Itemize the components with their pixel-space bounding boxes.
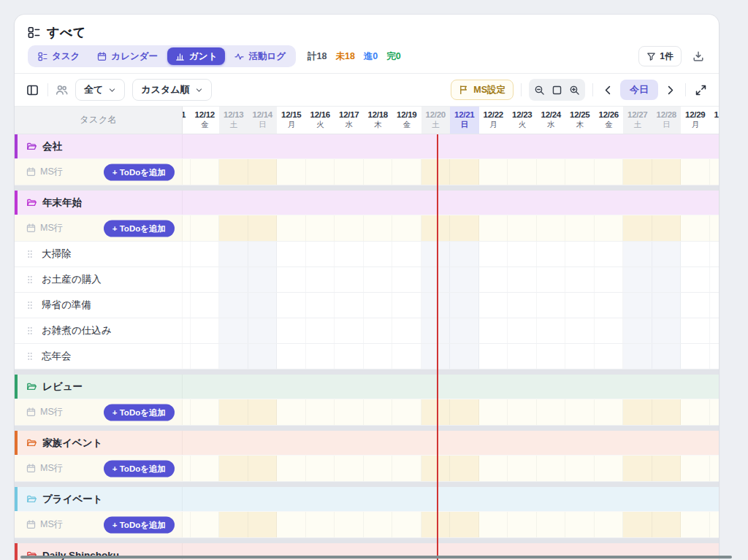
add-todo-button[interactable]: + ToDoを追加 <box>104 164 175 180</box>
row-timeline[interactable] <box>183 293 719 318</box>
row-gap <box>15 369 719 375</box>
download-button[interactable] <box>691 49 706 64</box>
ms-row: MS行+ ToDoを追加 <box>15 512 719 538</box>
timeline-cell <box>183 215 191 241</box>
group-label: レビュー <box>42 380 83 394</box>
drag-handle-icon[interactable] <box>25 351 35 361</box>
horizontal-scrollbar-thumb[interactable] <box>20 556 732 559</box>
row-timeline[interactable] <box>183 242 719 266</box>
timeline-cell <box>450 293 479 318</box>
tab-gantt[interactable]: ガント <box>167 47 225 65</box>
row-label-cell[interactable]: お土産の購入 <box>15 267 183 292</box>
date-cell: 12/21日 <box>450 107 479 134</box>
download-icon <box>692 50 704 62</box>
row-label-cell[interactable]: プライベート <box>15 487 183 511</box>
row-label-cell[interactable]: 忘年会 <box>15 344 183 369</box>
row-timeline[interactable] <box>183 134 719 158</box>
drag-handle-icon[interactable] <box>25 275 35 285</box>
group-label: 年末年始 <box>42 196 82 210</box>
divider <box>47 83 48 96</box>
collapse-panel-button[interactable] <box>25 83 40 98</box>
row-label-cell[interactable]: 家族イベント <box>15 431 183 455</box>
timeline-cell <box>183 159 191 185</box>
date-cell: 12/11木 <box>183 107 191 134</box>
row-timeline[interactable] <box>183 431 719 455</box>
fullscreen-button[interactable] <box>693 83 709 98</box>
assignee-filter-dropdown[interactable]: 全て <box>75 79 125 101</box>
today-button[interactable]: 今日 <box>620 80 658 100</box>
timeline-cell <box>450 215 479 241</box>
members-icon[interactable] <box>56 84 68 96</box>
weekday-label: 土 <box>634 120 642 130</box>
timeline-cell <box>364 242 393 266</box>
row-label-cell[interactable]: 大掃除 <box>15 242 183 266</box>
drag-handle-icon[interactable] <box>25 249 35 259</box>
row-timeline[interactable] <box>183 318 719 343</box>
tab-tasks[interactable]: タスク <box>30 47 88 65</box>
drag-handle-icon[interactable] <box>25 326 35 336</box>
folder-icon <box>26 381 37 392</box>
sort-order-dropdown[interactable]: カスタム順 <box>132 79 211 101</box>
date-header: 12/11木12/12金12/13土12/14日12/15月12/16火12/1… <box>183 107 719 134</box>
row-label-cell[interactable]: MS行+ ToDoを追加 <box>15 456 183 481</box>
add-todo-button[interactable]: + ToDoを追加 <box>104 220 175 237</box>
row-label-cell[interactable]: MS行+ ToDoを追加 <box>15 159 183 185</box>
timeline-cell <box>623 456 652 481</box>
row-label-cell[interactable]: MS行+ ToDoを追加 <box>15 512 183 537</box>
row-timeline[interactable] <box>183 267 719 292</box>
row-timeline[interactable] <box>183 456 719 481</box>
zoom-in-button[interactable] <box>567 83 582 98</box>
row-timeline[interactable] <box>183 399 719 425</box>
add-todo-button[interactable]: + ToDoを追加 <box>104 404 175 421</box>
tab-label: ガント <box>189 50 217 63</box>
row-label-cell[interactable]: 年末年始 <box>15 191 183 215</box>
timeline-cell <box>191 242 220 266</box>
tab-activity[interactable]: 活動ログ <box>226 47 294 65</box>
row-timeline[interactable] <box>183 344 719 369</box>
row-timeline[interactable] <box>183 159 719 185</box>
date-label: 12/11 <box>183 110 186 119</box>
timeline-cell <box>508 399 537 425</box>
stat-total: 計18 <box>308 50 327 63</box>
ms-setting-button[interactable]: MS設定 <box>451 80 514 100</box>
row-label-cell[interactable]: MS行+ ToDoを追加 <box>15 399 183 425</box>
chevron-right-icon <box>664 84 676 96</box>
row-gap <box>15 185 719 191</box>
timeline-cell <box>219 512 248 537</box>
date-cell: 12/23火 <box>508 107 537 134</box>
prev-button[interactable] <box>600 83 616 98</box>
row-label-cell[interactable]: お雑煮の仕込み <box>15 318 183 343</box>
row-label-cell[interactable]: 会社 <box>15 134 183 158</box>
filter-button[interactable]: 1件 <box>638 46 682 66</box>
timeline-cell <box>652 242 682 266</box>
row-timeline[interactable] <box>183 191 719 215</box>
date-cell: 12/28日 <box>652 107 682 134</box>
task-row: 大掃除 <box>15 242 719 267</box>
row-timeline[interactable] <box>183 487 719 511</box>
timeline-cell <box>191 293 220 318</box>
timeline-cell <box>306 344 335 369</box>
group-color-bar <box>15 191 18 215</box>
zoom-out-button[interactable] <box>532 83 547 98</box>
add-todo-button[interactable]: + ToDoを追加 <box>104 516 175 533</box>
add-todo-button[interactable]: + ToDoを追加 <box>104 460 175 477</box>
next-button[interactable] <box>663 83 678 98</box>
row-label-cell[interactable]: レビュー <box>15 375 183 399</box>
timeline-cell <box>595 215 624 241</box>
tab-calendar[interactable]: カレンダー <box>89 47 166 65</box>
row-timeline[interactable] <box>183 512 719 537</box>
tab-label: タスク <box>52 50 80 63</box>
row-timeline[interactable] <box>183 375 719 399</box>
calendar-icon <box>26 223 36 233</box>
timeline-cell <box>681 242 710 266</box>
timeline-cell <box>191 267 220 292</box>
row-label-cell[interactable]: MS行+ ToDoを追加 <box>15 215 183 241</box>
timeline-cell <box>565 344 595 369</box>
timeline-cell <box>595 159 624 185</box>
list-icon <box>28 26 40 39</box>
row-timeline[interactable] <box>183 215 719 241</box>
zoom-fit-button[interactable] <box>549 83 565 98</box>
row-label-cell[interactable]: 帰省の準備 <box>15 293 183 318</box>
drag-handle-icon[interactable] <box>25 300 35 310</box>
timeline-cell <box>537 293 566 318</box>
